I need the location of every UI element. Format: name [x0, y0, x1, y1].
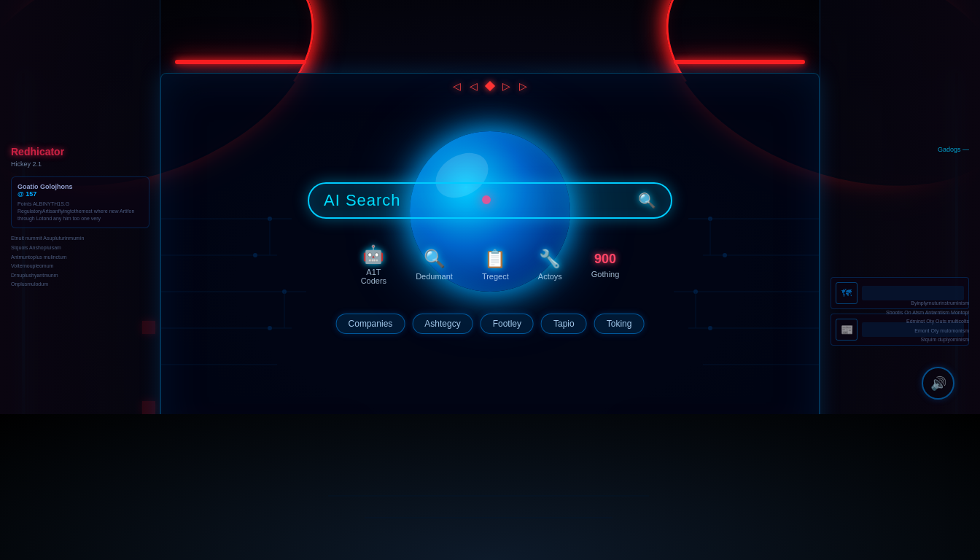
tag-ashtegcy[interactable]: Ashtegcy	[412, 314, 472, 334]
scene: Redhicator Hickey 2.1 Goatio Golojhons @…	[0, 0, 980, 560]
nav-left-single[interactable]: ◁	[470, 80, 478, 92]
nav-right-single[interactable]: ▷	[502, 80, 510, 92]
stat-value-900: 900	[594, 252, 616, 267]
search-icon: 🔍	[638, 192, 656, 209]
left-panel-list: Etnuit nummit Asupluturinmumin Stquois A…	[11, 234, 149, 289]
stat-a1t[interactable]: 🤖 A1TCoders	[361, 244, 386, 285]
search-input[interactable]	[324, 191, 638, 210]
nav-left-double[interactable]: ◁	[453, 80, 461, 92]
search-button[interactable]: 🔍	[638, 192, 656, 209]
tag-toking[interactable]: Toking	[594, 314, 645, 334]
red-bar-top-left	[175, 60, 306, 64]
stat-900[interactable]: 900 Gothing	[591, 252, 620, 279]
search-container: 🔍	[308, 182, 672, 219]
floor	[0, 414, 980, 560]
stat-actoys[interactable]: 🔧 Actoys	[538, 249, 562, 281]
tag-footley[interactable]: Footley	[481, 314, 534, 334]
left-panel-title: Redhicator	[11, 146, 149, 158]
right-panel-description: Byinplymuturinstruminism Sbootis On Atsm…	[831, 299, 969, 345]
search-bar: 🔍	[308, 182, 672, 219]
right-panel-label: Gadogs —	[831, 146, 969, 153]
left-panel-card: Goatio Golojhons @ 157 Points ALBINYTH1S…	[11, 176, 149, 228]
speaker-symbol: 🔊	[930, 376, 946, 392]
left-panel-subtitle: Hickey 2.1	[11, 160, 149, 168]
tags-row: Companies Ashtegcy Footley Tapio Toking	[336, 314, 645, 334]
stat-icon-actoys: 🔧	[539, 249, 561, 269]
stat-tregect[interactable]: 📋 Tregect	[482, 249, 509, 281]
stat-icon-dedumant: 🔍	[424, 249, 446, 269]
stat-dedumant[interactable]: 🔍 Dedumant	[416, 249, 453, 281]
tag-tapio[interactable]: Tapio	[541, 314, 587, 334]
stat-icon-a1t: 🤖	[362, 244, 384, 265]
card-title: Goatio Golojhons @ 157	[18, 183, 143, 198]
nav-arrows: ◁ ◁ ▷ ▷	[453, 80, 527, 92]
left-panel: Redhicator Hickey 2.1 Goatio Golojhons @…	[11, 146, 149, 289]
stat-icon-tregect: 📋	[484, 249, 506, 269]
stat-label-actoys: Actoys	[538, 272, 562, 281]
card-body: Points ALBINYTH1S.G RegulatoryArtisanfly…	[18, 201, 143, 222]
globe-container	[381, 109, 599, 328]
tag-companies[interactable]: Companies	[336, 314, 405, 334]
list-item: Etnuit nummit Asupluturinmumin Stquois A…	[11, 234, 149, 289]
nav-diamond	[485, 81, 495, 91]
stat-label-a1t: A1TCoders	[361, 268, 386, 285]
stat-label-dedumant: Dedumant	[416, 272, 453, 281]
speaker-icon[interactable]: 🔊	[922, 367, 954, 400]
red-bar-top-right	[674, 60, 805, 64]
right-panel: Gadogs — Byinplymuturinstruminism Sbooti…	[831, 146, 969, 345]
stats-row: 🤖 A1TCoders 🔍 Dedumant 📋 Tregect 🔧 Actoy…	[361, 244, 620, 285]
stat-label-tregect: Tregect	[482, 272, 509, 281]
stat-label-gothing: Gothing	[591, 270, 620, 279]
nav-right-double[interactable]: ▷	[519, 80, 527, 92]
